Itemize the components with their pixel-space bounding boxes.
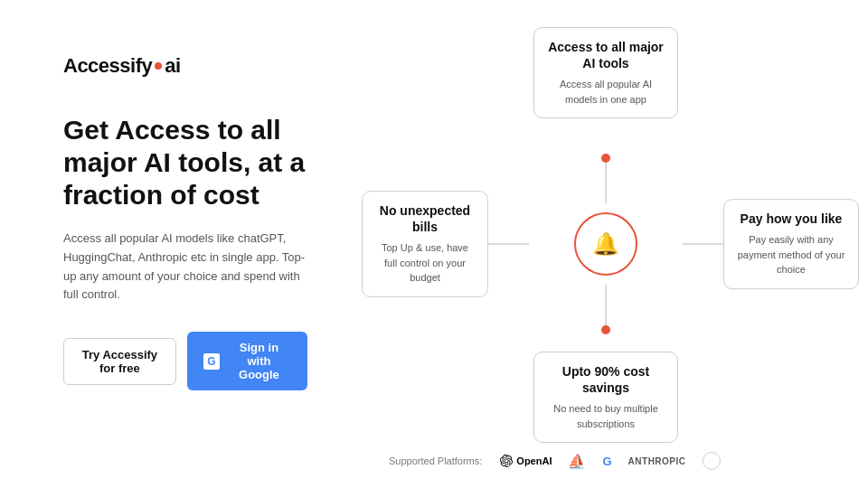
hero-description: Access all popular AI models like chatGP… xyxy=(63,230,307,305)
hero-title: Get Access to all major AI tools, at a f… xyxy=(63,114,307,211)
center-icon: 🔔 xyxy=(592,231,619,257)
card-left-desc: Top Up & use, have full control on your … xyxy=(375,240,475,286)
card-top-title: Access to all major AI tools xyxy=(547,39,665,71)
google-signin-label: Sign in with Google xyxy=(227,341,291,381)
card-top-desc: Access all popular AI models in one app xyxy=(547,77,665,107)
try-free-button[interactable]: Try Accessify for free xyxy=(63,338,176,385)
google-g-icon: G xyxy=(203,353,220,370)
logo: Accessify ai xyxy=(63,54,307,78)
card-left-title: No unexpected bills xyxy=(375,202,475,235)
svg-point-4 xyxy=(601,154,610,163)
logo-text-left: Accessify xyxy=(63,54,152,78)
center-circle: 🔔 xyxy=(574,212,637,276)
card-right: Pay how you like Pay easily with any pay… xyxy=(723,199,859,289)
card-left: No unexpected bills Top Up & use, have f… xyxy=(362,191,488,297)
card-bottom-title: Upto 90% cost savings xyxy=(547,363,665,396)
card-top: Access to all major AI tools Access all … xyxy=(533,27,678,118)
card-right-desc: Pay easily with any payment method of yo… xyxy=(737,232,845,277)
svg-point-5 xyxy=(601,325,610,334)
logo-text-right: ai xyxy=(165,54,180,78)
card-right-title: Pay how you like xyxy=(737,211,845,227)
cta-row: Try Accessify for free G Sign in with Go… xyxy=(63,332,307,390)
logo-dot xyxy=(155,62,162,70)
card-bottom-desc: No need to buy multiple subscriptions xyxy=(547,401,665,431)
google-signin-button[interactable]: G Sign in with Google xyxy=(187,332,307,390)
diagram-area: 🔔 Access to all major AI tools Access al… xyxy=(344,0,868,488)
card-bottom: Upto 90% cost savings No need to buy mul… xyxy=(533,352,678,443)
